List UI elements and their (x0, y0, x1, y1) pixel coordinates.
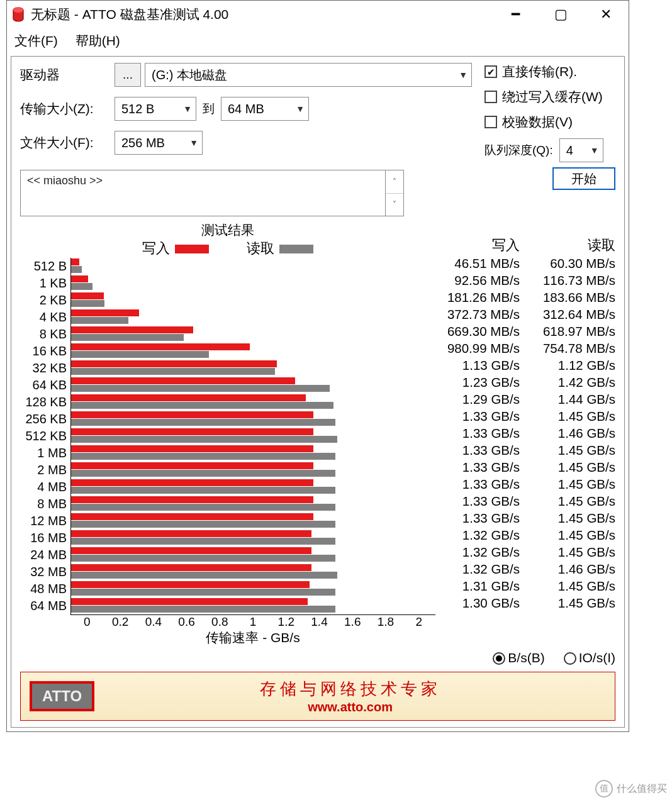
scroll-down-button[interactable]: ˅ (386, 194, 403, 216)
bypass-cache-checkbox[interactable]: 绕过写入缓存(W) (484, 88, 615, 106)
checkbox-icon (484, 91, 497, 103)
transfer-to-select[interactable]: 64 MB▼ (221, 97, 309, 121)
chart-plot (70, 258, 435, 615)
transfer-from-select[interactable]: 512 B▼ (115, 97, 196, 121)
transfer-size-label: 传输大小(Z): (20, 100, 115, 118)
atto-logo: ATTO (30, 681, 94, 711)
chart-xlabel: 传输速率 - GB/s (70, 629, 435, 647)
read-column: 读取 60.30 MB/s116.73 MB/s183.66 MB/s312.6… (531, 236, 615, 647)
unit-ios-radio[interactable]: IO/s(I) (564, 650, 615, 665)
drive-browse-button[interactable]: ... (115, 63, 141, 87)
unit-bs-radio[interactable]: B/s(B) (493, 650, 544, 665)
queue-depth-select[interactable]: 4▼ (559, 138, 603, 162)
minimize-button[interactable]: ━ (493, 1, 538, 28)
maximize-button[interactable]: ▢ (538, 1, 583, 28)
menu-file[interactable]: 文件(F) (14, 33, 58, 48)
legend-write-swatch (175, 245, 209, 253)
checkbox-checked-icon: ✔ (484, 65, 497, 78)
chart-xaxis: 00.20.40.60.811.21.41.61.82 (70, 615, 435, 629)
window-title: 无标题 - ATTO 磁盘基准测试 4.00 (31, 6, 493, 23)
titlebar[interactable]: 无标题 - ATTO 磁盘基准测试 4.00 ━ ▢ ✕ (7, 1, 629, 28)
queue-depth-label: 队列深度(Q): (484, 142, 553, 158)
file-size-label: 文件大小(F): (20, 134, 115, 152)
to-label: 到 (203, 101, 215, 117)
legend-read-swatch (279, 245, 313, 253)
file-size-select[interactable]: 256 MB▼ (115, 131, 203, 155)
menu-help[interactable]: 帮助(H) (76, 33, 120, 48)
verify-data-checkbox[interactable]: 校验数据(V) (484, 113, 615, 131)
app-window: 无标题 - ATTO 磁盘基准测试 4.00 ━ ▢ ✕ 文件(F) 帮助(H)… (6, 0, 629, 732)
chevron-down-icon: ▼ (590, 145, 599, 155)
chevron-down-icon: ▼ (296, 104, 305, 114)
chevron-down-icon: ▼ (459, 70, 468, 80)
menubar: 文件(F) 帮助(H) (7, 28, 629, 56)
description-box[interactable]: << miaoshu >> ˄ ˅ (20, 170, 404, 216)
footer-banner: ATTO 存储与网络技术专家 www.atto.com (20, 672, 615, 721)
close-button[interactable]: ✕ (583, 1, 629, 28)
chevron-down-icon: ▼ (183, 104, 192, 114)
chart-legend: 写入 读取 (20, 239, 435, 258)
app-icon (12, 6, 25, 23)
write-column: 写入 46.51 MB/s92.56 MB/s181.26 MB/s372.73… (435, 236, 520, 647)
start-button[interactable]: 开始 (552, 167, 615, 190)
results-title: 测试结果 (20, 221, 435, 239)
svg-point-1 (13, 8, 23, 13)
drive-select[interactable]: (G:) 本地磁盘▼ (145, 63, 472, 87)
direct-io-checkbox[interactable]: ✔ 直接传输(R). (484, 63, 615, 81)
chevron-down-icon: ▼ (189, 138, 198, 148)
scroll-up-button[interactable]: ˄ (386, 170, 403, 194)
drive-label: 驱动器 (20, 66, 115, 84)
chart-yaxis: 512 B1 KB2 KB4 KB8 KB16 KB32 KB64 KB128 … (20, 258, 70, 615)
checkbox-icon (484, 116, 497, 128)
